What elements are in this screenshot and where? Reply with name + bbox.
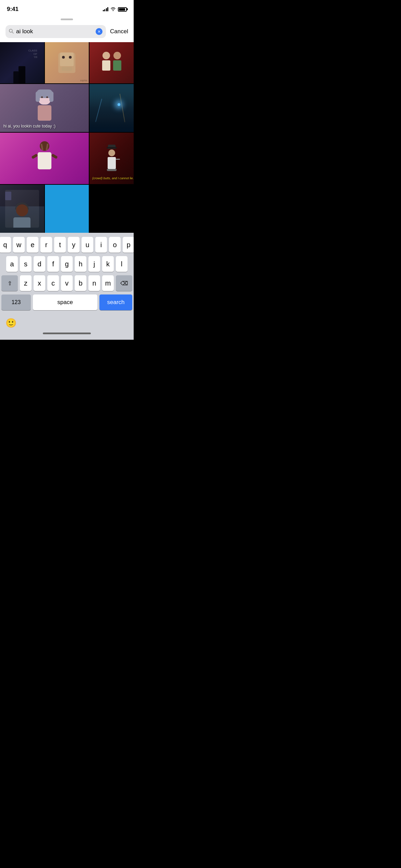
gif-cell-webcam[interactable] <box>0 185 44 233</box>
numbers-key[interactable]: 123 <box>1 294 31 310</box>
key-q[interactable]: q <box>0 237 11 253</box>
key-y[interactable]: y <box>68 237 80 253</box>
gif-cell-robot[interactable]: sophia <box>45 42 89 83</box>
home-indicator-bar <box>0 330 134 340</box>
search-key[interactable]: search <box>99 294 132 310</box>
gif-cell-anime[interactable]: hi ai, you lookin cute today :) <box>0 84 89 132</box>
key-g[interactable]: g <box>61 256 73 272</box>
gif-image-webcam <box>0 185 44 233</box>
gif-grid: CLASSOF'09 sophia <box>0 42 134 233</box>
key-p[interactable]: p <box>123 237 134 253</box>
battery-icon <box>118 7 127 12</box>
key-k[interactable]: k <box>102 256 114 272</box>
key-f[interactable]: f <box>47 256 59 272</box>
keyboard-bottom-row: 123 space search <box>1 294 132 310</box>
key-h[interactable]: h <box>75 256 86 272</box>
search-input-wrap[interactable]: ai look <box>5 25 106 38</box>
status-bar: 9:41 <box>0 0 134 16</box>
anime-caption-text: hi ai, you lookin cute today :) <box>3 124 56 129</box>
emoji-button[interactable]: 🙂 <box>5 318 16 328</box>
keyboard-row-2: a s d f g h j k l <box>1 256 132 272</box>
gif-image-stage: (crowd) butts, and I cannot lie. <box>89 133 134 184</box>
gif-image-anime: hi ai, you lookin cute today :) <box>0 84 89 132</box>
home-indicator <box>43 333 91 334</box>
gif-cell-cinema[interactable] <box>89 42 134 83</box>
key-r[interactable]: r <box>40 237 52 253</box>
search-bar-container: ai look Cancel <box>0 22 134 42</box>
key-s[interactable]: s <box>20 256 32 272</box>
status-time: 9:41 <box>7 6 19 13</box>
key-j[interactable]: j <box>88 256 100 272</box>
search-input[interactable]: ai look <box>16 28 93 35</box>
emoji-row: 🙂 <box>0 316 134 330</box>
key-a[interactable]: a <box>6 256 18 272</box>
gif-cell-blue[interactable] <box>45 185 89 233</box>
key-v[interactable]: v <box>61 275 73 291</box>
gif-cell-scifi[interactable]: CLASSOF'09 <box>0 42 44 83</box>
stage-caption-text: (crowd) butts, and I cannot lie. <box>92 177 134 181</box>
key-l[interactable]: l <box>116 256 127 272</box>
shift-key[interactable]: ⇧ <box>1 275 18 291</box>
key-i[interactable]: i <box>95 237 107 253</box>
keyboard-row-3: ⇧ z x c v b n m ⌫ <box>1 275 132 291</box>
key-o[interactable]: o <box>109 237 121 253</box>
cancel-button[interactable]: Cancel <box>110 28 128 35</box>
dance-figure <box>34 141 55 176</box>
gif-cell-stage[interactable]: (crowd) butts, and I cannot lie. <box>89 133 134 184</box>
gif-image-cinema <box>89 42 134 83</box>
key-x[interactable]: x <box>34 275 45 291</box>
gif-image-spotlight <box>89 84 134 132</box>
space-key[interactable]: space <box>33 294 97 310</box>
gif-cell-spotlight[interactable] <box>89 84 134 132</box>
drag-pill <box>61 19 73 20</box>
wifi-icon <box>110 7 116 12</box>
status-icons <box>103 7 127 12</box>
drag-indicator-area <box>0 16 134 22</box>
signal-icon <box>103 7 109 11</box>
svg-line-1 <box>12 32 13 33</box>
keyboard-row-1: q w e r t y u i o p <box>1 237 132 253</box>
key-d[interactable]: d <box>34 256 45 272</box>
key-w[interactable]: w <box>13 237 25 253</box>
key-b[interactable]: b <box>75 275 86 291</box>
key-c[interactable]: c <box>47 275 59 291</box>
key-n[interactable]: n <box>88 275 100 291</box>
gif-image-scifi: CLASSOF'09 <box>0 42 44 83</box>
key-e[interactable]: e <box>27 237 38 253</box>
clear-button[interactable] <box>96 28 102 35</box>
gif-image-robot: sophia <box>45 42 89 83</box>
gif-image-dance <box>0 133 89 184</box>
key-t[interactable]: t <box>54 237 66 253</box>
keyboard-area: q w e r t y u i o p a s d f g h j k l ⇧ … <box>0 233 134 316</box>
key-z[interactable]: z <box>20 275 32 291</box>
gif-image-blue <box>45 185 89 233</box>
search-mag-icon <box>9 29 14 35</box>
gif-cell-dance[interactable] <box>0 133 89 184</box>
key-u[interactable]: u <box>82 237 93 253</box>
key-m[interactable]: m <box>102 275 114 291</box>
backspace-key[interactable]: ⌫ <box>116 275 132 291</box>
